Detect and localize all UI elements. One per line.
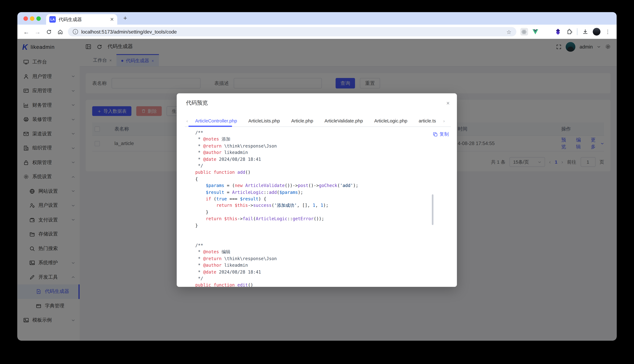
site-info-icon[interactable]: i — [73, 29, 78, 34]
code-area[interactable]: /** * @notes 添加 * @return \think\respons… — [195, 130, 449, 287]
code-line: $result = ArticleLogic::add($params); — [195, 189, 449, 196]
browser-tab-title: 代码生成器 — [59, 16, 107, 22]
react-devtools-icon[interactable] — [519, 27, 529, 36]
code-line: * @author likeadmin — [195, 150, 449, 156]
code-line: public function add() — [195, 170, 449, 176]
code-line: * @return \think\response\Json — [195, 256, 449, 262]
file-tab-articlecontroller[interactable]: ArticleController.php — [190, 118, 243, 123]
forward-icon[interactable]: → — [33, 27, 42, 36]
code-line — [195, 236, 449, 242]
tabs-scroll-right-icon[interactable]: › — [442, 118, 446, 123]
code-line: $params = (new ArticleValidate())->post(… — [195, 183, 449, 189]
reload-icon[interactable] — [44, 27, 54, 36]
code-line: { — [195, 176, 449, 182]
code-line: * @date 2024/08/28 18:41 — [195, 269, 449, 276]
code-line: } — [195, 209, 449, 216]
browser-tabstrip: LA 代码生成器 ✕ + — [17, 12, 616, 25]
copy-button[interactable]: 复制 — [432, 131, 449, 138]
code-line: if (true === $result) { — [195, 196, 449, 202]
code-line: return $this->success('添加成功', [], 1, 1); — [195, 202, 449, 209]
traffic-light-close[interactable] — [24, 16, 28, 21]
tab-close-icon[interactable]: ✕ — [110, 17, 114, 22]
traffic-light-minimize[interactable] — [30, 16, 34, 21]
code-file-tabs: ‹ ArticleController.php ArticleLists.php… — [185, 115, 451, 127]
copy-icon — [432, 132, 438, 137]
browser-window: LA 代码生成器 ✕ + ← → i localhost:5173/admin/… — [17, 12, 616, 340]
code-line — [195, 229, 449, 236]
home-icon[interactable] — [56, 27, 65, 36]
code-line: * @notes 编辑 — [195, 249, 449, 256]
code-line: * @notes 添加 — [195, 136, 449, 143]
code-line: /** — [195, 242, 449, 249]
modal-close-icon[interactable]: × — [446, 100, 450, 106]
favicon: LA — [49, 16, 56, 22]
code-line: public function edit() — [195, 282, 449, 287]
downloads-icon[interactable] — [580, 27, 590, 36]
toolbar-divider — [577, 28, 578, 35]
sq-extension-icon[interactable]: SQ — [542, 27, 552, 36]
file-tab-articlets[interactable]: article.ts — [413, 118, 442, 123]
url-text: localhost:5173/admin/setting/dev_tools/c… — [81, 29, 503, 34]
file-tab-article[interactable]: Article.php — [286, 118, 319, 123]
code-line: * @return \think\response\Json — [195, 143, 449, 150]
code-scrollbar-thumb[interactable] — [432, 194, 434, 225]
code-line: * @author likeadmin — [195, 262, 449, 269]
browser-menu-icon[interactable]: ⋮ — [603, 27, 612, 36]
code-preview-modal: 代码预览 × ‹ ArticleController.php ArticleLi… — [177, 93, 457, 287]
browser-tab[interactable]: LA 代码生成器 ✕ — [46, 14, 117, 25]
code-line: * @date 2024/08/28 18:41 — [195, 156, 449, 163]
code-line: } — [195, 222, 449, 229]
browser-toolbar: ← → i localhost:5173/admin/setting/dev_t… — [17, 25, 616, 39]
code-block: /** * @notes 添加 * @return \think\respons… — [195, 130, 449, 287]
vue-devtools-icon[interactable] — [530, 27, 540, 36]
browser-profile-avatar[interactable] — [592, 27, 601, 36]
tabs-active-underline — [188, 126, 232, 127]
file-tab-articlevalidate[interactable]: ArticleValidate.php — [319, 118, 369, 123]
code-line: */ — [195, 276, 449, 282]
file-tab-articlelists[interactable]: ArticleLists.php — [243, 118, 286, 123]
code-line: /** — [195, 130, 449, 136]
url-bar[interactable]: i localhost:5173/admin/setting/dev_tools… — [68, 27, 516, 36]
code-line: return $this->fail(ArticleLogic::getErro… — [195, 216, 449, 222]
file-tab-articlelogic[interactable]: ArticleLogic.php — [369, 118, 413, 123]
new-tab-button[interactable]: + — [121, 14, 130, 22]
app-page: K likeadmin 工作台 用户管理 应用管理 财务管理 — [17, 39, 616, 340]
layers-extension-icon[interactable] — [553, 27, 563, 36]
extensions-puzzle-icon[interactable] — [564, 27, 574, 36]
traffic-light-zoom[interactable] — [36, 16, 41, 21]
modal-title: 代码预览 — [186, 99, 208, 107]
tabs-scroll-left-icon[interactable]: ‹ — [185, 118, 190, 123]
screen: LA 代码生成器 ✕ + ← → i localhost:5173/admin/… — [0, 0, 634, 364]
bookmark-star-icon[interactable]: ☆ — [506, 28, 512, 35]
back-icon[interactable]: ← — [21, 27, 31, 36]
code-line: */ — [195, 163, 449, 169]
